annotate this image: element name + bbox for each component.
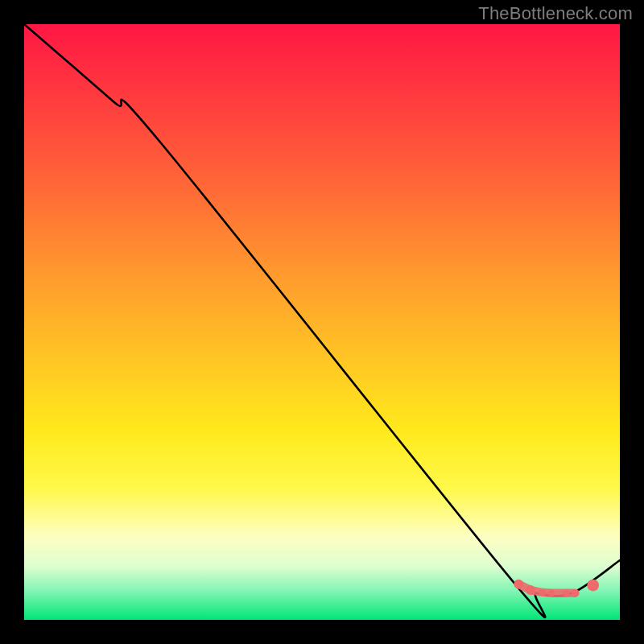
curve-marker [587,580,599,592]
chart-overlay [24,24,620,620]
curve-marker [563,589,570,597]
curve-line [24,24,620,617]
curve-marker [514,580,523,589]
curve-marker [547,589,555,597]
watermark-text: TheBottleneck.com [478,3,633,24]
chart-frame: TheBottleneck.com [0,0,644,644]
curve-marker [572,589,579,597]
curve-marker [539,589,546,597]
curve-marker [526,585,535,595]
